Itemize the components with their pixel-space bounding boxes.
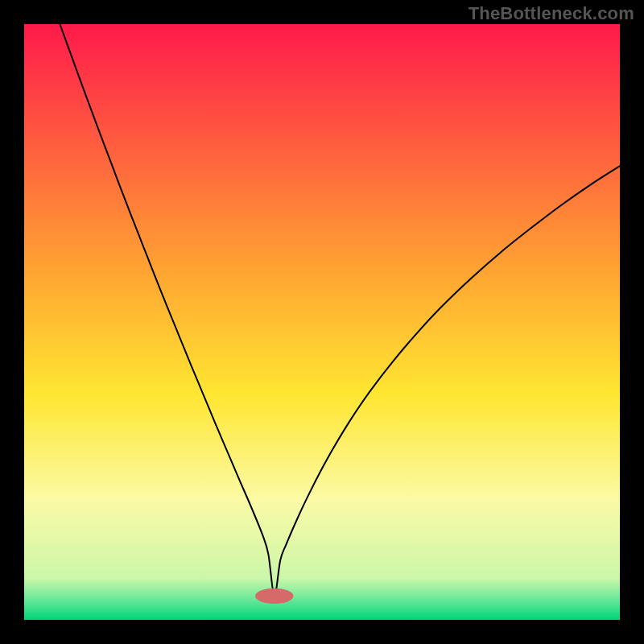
ideal-marker [255,588,293,604]
watermark-text: TheBottleneck.com [469,3,634,24]
chart-container: TheBottleneck.com [0,0,644,644]
chart-background [24,24,620,620]
bottleneck-chart [24,24,620,620]
